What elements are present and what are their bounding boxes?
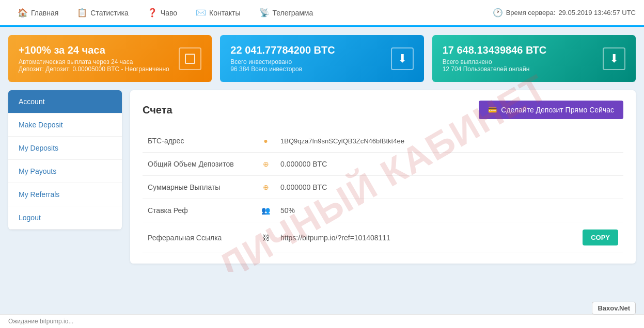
total-payouts-value: 0.000000 BTC [275,176,623,199]
ref-link-icon: ⛓ [256,222,275,253]
stat-card-paid-sub1: Всего выплачено [443,58,547,65]
tab-telegram-label: Телеграмма [273,9,313,17]
invested-download-icon: ⬇ [391,47,414,70]
table-row: Ставка Реф 👥 50% [143,199,623,222]
btc-address-value: 1BQ9qza7fn9snSCylQB3ZcN46bfBtkt4ee [275,129,623,153]
stat-card-invested-sub2: 96 384 Всего инвесторов [230,65,335,73]
stat-card-paid-title: 17 648.13439846 ВТС [443,44,547,56]
server-time-value: 29.05.2019 13:46:57 UTC [558,9,636,17]
faq-icon: ❓ [147,8,158,18]
stats-row: +100% за 24 часа Автоматическая выплата … [0,27,644,82]
sidebar-item-make-deposit[interactable]: Make Deposit [8,113,122,137]
stat-card-promo-sub2: Депозит: Депозит: 0.00005000 BTC - Неогр… [19,65,169,73]
sidebar: Account Make Deposit My Deposits My Payo… [8,90,122,229]
deposit-button[interactable]: 💳 Сделайте Депозит Прямо Сейчас [479,101,623,119]
home-icon: 🏠 [18,8,28,18]
ref-rate-label: Ставка Реф [143,199,256,222]
tab-contacts[interactable]: ✉️ Контакты [186,1,249,26]
sidebar-item-logout[interactable]: Logout [8,206,122,229]
table-row: Общий Объем Депозитов ⊕ 0.000000 BTC [143,153,623,176]
telegram-icon: 📡 [259,8,270,18]
sidebar-item-my-deposits[interactable]: My Deposits [8,137,122,160]
contacts-icon: ✉️ [196,8,206,18]
stat-card-invested-sub1: Всего инвестировано [230,58,335,65]
header: 🏠 Главная 📋 Статистика ❓ Чаво ✉️ Контакт… [0,0,644,27]
paid-download-icon: ⬇ [603,47,625,70]
sidebar-item-my-payouts[interactable]: My Payouts [8,160,122,183]
tab-stats-label: Статистика [90,9,129,17]
account-panel: ЛИЧНЫЙ КАБИНЕТ Счета 💳 Сделайте Депозит … [130,90,636,264]
tab-home[interactable]: 🏠 Главная [8,1,68,26]
stat-card-invested-title: 22 041.77784200 BТС [230,44,335,56]
tab-faq[interactable]: ❓ Чаво [138,1,186,26]
sidebar-item-account[interactable]: Account [8,90,122,113]
table-row: Суммарные Выплаты ⊕ 0.000000 BTC [143,176,623,199]
stat-card-paid-content: 17 648.13439846 ВТС Всего выплачено 12 7… [443,44,547,73]
stat-card-promo-content: +100% за 24 часа Автоматическая выплата … [19,44,169,73]
stat-card-promo-sub1: Автоматическая выплата через 24 часа [19,58,169,65]
ref-rate-icon: 👥 [256,199,275,222]
total-deposits-value: 0.000000 BTC [275,153,623,176]
stat-card-invested-content: 22 041.77784200 BТС Всего инвестировано … [230,44,335,73]
table-row: БТС-адрес ● 1BQ9qza7fn9snSCylQB3ZcN46bfB… [143,129,623,153]
account-title: Счета [143,104,172,116]
table-row: Реферальная Ссылка ⛓ https://bitpump.io/… [143,222,623,253]
tab-stats[interactable]: 📋 Статистика [68,1,138,26]
ref-rate-value: 50% [275,199,623,222]
total-deposits-label: Общий Объем Депозитов [143,153,256,176]
server-time: 🕐 Время сервера: 29.05.2019 13:46:57 UTC [493,8,636,18]
total-deposits-icon: ⊕ [256,153,275,176]
clock-icon: 🕐 [493,8,503,18]
ref-link-label: Реферальная Ссылка [143,222,256,253]
stat-card-promo-title: +100% за 24 часа [19,44,169,56]
stat-card-paid: 17 648.13439846 ВТС Всего выплачено 12 7… [432,35,636,82]
total-payouts-icon: ⊕ [256,176,275,199]
promo-checkbox-icon [179,47,201,70]
total-payouts-label: Суммарные Выплаты [143,176,256,199]
stat-card-paid-sub2: 12 704 Пользователей онлайн [443,65,547,73]
ref-link-value: https://bitpump.io/?ref=101408111 COPY [275,222,623,253]
stat-card-promo: +100% за 24 часа Автоматическая выплата … [8,35,212,82]
btc-address-icon: ● [256,129,275,153]
stats-icon: 📋 [77,8,87,18]
info-table: БТС-адрес ● 1BQ9qza7fn9snSCylQB3ZcN46bfB… [143,129,623,253]
tab-faq-label: Чаво [161,9,177,17]
sidebar-item-my-referrals[interactable]: My Referrals [8,183,122,206]
stat-card-invested: 22 041.77784200 BТС Всего инвестировано … [220,35,423,82]
main-content: Account Make Deposit My Deposits My Payo… [0,82,644,272]
tab-telegram[interactable]: 📡 Телеграмма [250,1,323,26]
credit-card-icon: 💳 [488,106,497,114]
tab-contacts-label: Контакты [209,9,240,17]
btc-address-label: БТС-адрес [143,129,256,153]
tab-home-label: Главная [31,9,58,17]
copy-button[interactable]: COPY [583,229,618,245]
nav-tabs: 🏠 Главная 📋 Статистика ❓ Чаво ✉️ Контакт… [8,1,493,25]
server-time-label: Время сервера: [506,9,556,17]
account-header: Счета 💳 Сделайте Депозит Прямо Сейчас [143,101,623,119]
